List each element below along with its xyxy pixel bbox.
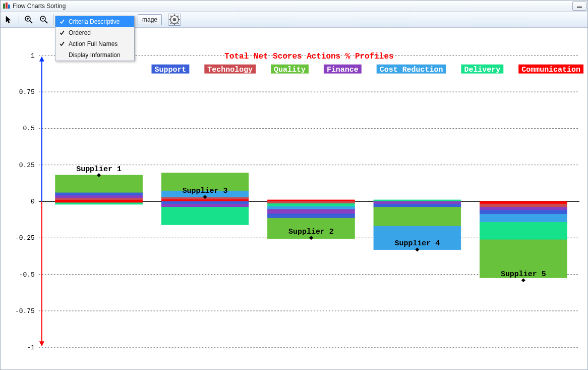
bar-segment xyxy=(374,204,461,207)
bar-segment xyxy=(374,201,461,204)
zoom-in-button[interactable] xyxy=(22,13,35,26)
gear-icon xyxy=(168,14,181,26)
y-tick-label: 0.5 xyxy=(23,125,35,132)
bar-segment xyxy=(268,209,355,214)
options-menu: Criteria DescriptiveOrderedAction Full N… xyxy=(55,16,135,61)
options-menu-item[interactable]: Display Information xyxy=(55,49,134,61)
legend-label: Delivery xyxy=(464,66,500,74)
window-controls xyxy=(572,2,586,11)
y-tick-label: -1 xyxy=(27,344,35,351)
y-tick-label: -0.25 xyxy=(15,234,35,242)
app-icon xyxy=(3,2,11,10)
zoom-in-icon xyxy=(24,15,33,24)
zoom-out-icon xyxy=(39,15,48,24)
toolbar-separator xyxy=(19,14,19,25)
y-tick-label: 0.25 xyxy=(19,162,35,169)
settings-button[interactable] xyxy=(168,14,181,26)
bar-segment xyxy=(480,201,567,204)
window-title: Flow Charts Sorting xyxy=(13,3,66,10)
svg-line-19 xyxy=(178,16,179,17)
bar-segment xyxy=(55,198,143,199)
bar-segment xyxy=(480,210,567,214)
y-tick-label: -0.75 xyxy=(15,307,35,315)
app-window: Flow Charts Sorting xyxy=(0,0,588,370)
supplier-label: Supplier 3 xyxy=(183,187,228,195)
legend-label: Cost Reduction xyxy=(380,66,443,74)
bar-segment xyxy=(268,201,355,203)
titlebar: Flow Charts Sorting xyxy=(1,1,587,12)
bar-segment xyxy=(55,199,143,201)
bar-segment xyxy=(55,192,143,195)
bar-segment xyxy=(55,195,143,198)
bar-segment xyxy=(161,207,249,225)
y-tick-label: 0.75 xyxy=(19,88,35,96)
pointer-icon xyxy=(5,15,14,24)
bar-segment xyxy=(480,207,567,210)
svg-line-8 xyxy=(45,21,47,23)
svg-point-11 xyxy=(173,18,177,22)
svg-line-4 xyxy=(30,21,32,23)
menu-item-label: Criteria Descriptive xyxy=(69,18,120,25)
options-menu-item[interactable]: Criteria Descriptive xyxy=(55,16,134,27)
bar-segment xyxy=(55,203,143,204)
chart-area: -1-0.75-0.5-0.2500.250.50.751Total Net S… xyxy=(6,28,584,367)
check-icon xyxy=(60,41,65,46)
svg-line-16 xyxy=(170,16,171,17)
svg-line-17 xyxy=(178,23,179,24)
menu-item-label: Ordered xyxy=(69,29,91,36)
y-tick-label: 1 xyxy=(31,52,35,60)
bar-segment xyxy=(268,203,355,206)
menu-item-label: Action Full Names xyxy=(69,40,117,47)
zoom-out-button[interactable] xyxy=(37,13,50,26)
menu-check-gutter xyxy=(55,19,69,24)
check-icon xyxy=(60,30,65,35)
data-marker xyxy=(521,278,525,282)
svg-line-18 xyxy=(170,23,171,24)
supplier-label: Supplier 5 xyxy=(501,270,546,278)
bar-segment xyxy=(268,214,355,219)
chart-title: Total Net Scores Actions % Profiles xyxy=(224,52,393,61)
menu-item-label: Display Information xyxy=(69,51,121,59)
legend-label: Quality xyxy=(274,66,306,74)
menu-check-gutter xyxy=(55,41,69,46)
supplier-label: Supplier 4 xyxy=(394,239,440,247)
supplier-label: Supplier 2 xyxy=(288,228,334,236)
pointer-tool-button[interactable] xyxy=(3,13,16,26)
svg-rect-0 xyxy=(3,4,5,9)
minimize-icon xyxy=(577,7,582,8)
bar-segment xyxy=(480,222,567,240)
options-menu-item[interactable]: Ordered xyxy=(55,27,134,38)
bar-segment xyxy=(161,204,249,207)
menu-check-gutter xyxy=(55,30,69,35)
bar-segment xyxy=(480,204,567,207)
legend-label: Communication xyxy=(521,66,580,74)
bar-segment xyxy=(374,207,461,227)
svg-rect-1 xyxy=(6,3,8,9)
y-tick-label: 0 xyxy=(31,198,35,205)
options-menu-item[interactable]: Action Full Names xyxy=(55,38,134,49)
supplier-label: Supplier 1 xyxy=(76,165,122,173)
check-icon xyxy=(60,19,65,24)
bar-segment xyxy=(161,201,249,204)
bar-segment xyxy=(161,199,249,201)
image-button-label-partial: mage xyxy=(142,16,157,23)
legend-label: Technology xyxy=(207,66,253,74)
chart-canvas[interactable]: -1-0.75-0.5-0.2500.250.50.751Total Net S… xyxy=(6,28,584,367)
legend-label: Finance xyxy=(327,66,359,74)
minimize-button[interactable] xyxy=(572,2,586,11)
image-button-partial[interactable]: mage xyxy=(138,14,162,25)
svg-rect-2 xyxy=(8,5,10,9)
legend-label: Support xyxy=(155,66,187,74)
bar-segment xyxy=(480,214,567,222)
bar-segment xyxy=(268,206,355,209)
y-tick-label: -0.5 xyxy=(19,271,35,279)
bar-segment xyxy=(55,175,143,192)
toolbar-separator xyxy=(53,14,54,25)
